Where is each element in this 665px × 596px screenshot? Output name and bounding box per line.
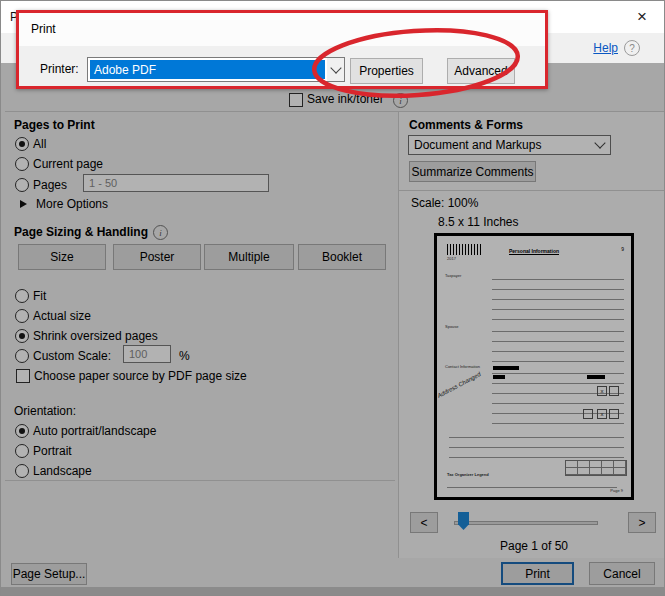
previous-page-button[interactable]: < <box>410 512 438 533</box>
size-button[interactable]: Size <box>18 244 106 270</box>
preview-corner-page-num: 9 <box>621 246 624 252</box>
preview-form-lines <box>492 322 624 362</box>
advanced-button[interactable]: Advanced <box>447 58 515 84</box>
redaction-mark <box>493 375 505 379</box>
pages-range-input[interactable]: 1 - 50 <box>83 174 269 192</box>
radio-custom-scale[interactable] <box>15 349 29 363</box>
preview-label-contact: Contact Information <box>445 364 480 369</box>
page-sizing-info-icon[interactable]: i <box>153 225 168 240</box>
pages-to-print-heading: Pages to Print <box>14 118 95 132</box>
comments-forms-heading: Comments & Forms <box>409 118 523 132</box>
preview-yes-box <box>583 409 593 419</box>
radio-portrait-label: Portrait <box>33 444 72 458</box>
radio-fit[interactable] <box>15 289 29 303</box>
window-bottom-edge <box>1 587 664 595</box>
preview-legend: Tax Organizer Legend <box>447 472 489 477</box>
close-icon[interactable]: × <box>624 3 660 30</box>
custom-scale-input[interactable]: 100 <box>123 345 171 363</box>
preview-form-title: Personal Information <box>437 248 631 254</box>
print-button[interactable]: Print <box>501 562 574 585</box>
preview-yes-box: x <box>597 409 607 419</box>
page-setup-button[interactable]: Page Setup... <box>11 563 87 585</box>
save-ink-checkbox[interactable] <box>289 93 303 107</box>
paper-source-checkbox[interactable] <box>16 369 30 383</box>
radio-actual-size-label: Actual size <box>33 309 91 323</box>
radio-shrink-pages-label: Shrink oversized pages <box>33 329 158 343</box>
radio-landscape[interactable] <box>15 464 29 478</box>
radio-all-label: All <box>33 137 46 151</box>
preview-year: 2017 <box>447 256 456 261</box>
preview-table <box>565 460 627 476</box>
preview-footer-page: Page 9 <box>610 488 623 493</box>
cancel-button[interactable]: Cancel <box>589 562 655 585</box>
more-options-label[interactable]: More Options <box>36 197 108 211</box>
next-page-button[interactable]: > <box>628 512 656 533</box>
page-indicator: Page 1 of 50 <box>434 539 634 553</box>
chevron-down-icon[interactable] <box>327 58 344 81</box>
handwritten-note: Address Changed <box>436 371 481 399</box>
printer-select-value: Adobe PDF <box>90 60 325 79</box>
comments-forms-select-value: Document and Markups <box>414 138 541 152</box>
inset-title: Print <box>31 22 56 36</box>
poster-button[interactable]: Poster <box>113 244 201 270</box>
properties-button[interactable]: Properties <box>350 58 423 84</box>
page-preview-thumbnail: 2017 Personal Information 9 Taxpayer Spo… <box>434 233 634 500</box>
scale-text: Scale: 100% <box>411 196 478 210</box>
inset-title-bar <box>19 13 545 46</box>
radio-shrink-pages[interactable] <box>15 329 29 343</box>
redaction-mark <box>587 375 605 379</box>
radio-custom-scale-label: Custom Scale: <box>33 349 111 363</box>
radio-all[interactable] <box>15 137 29 151</box>
preview-label-spouse: Spouse <box>445 324 459 329</box>
radio-auto-orientation-label: Auto portrait/landscape <box>33 424 156 438</box>
radio-fit-label: Fit <box>33 289 46 303</box>
redaction-mark <box>493 366 519 370</box>
radio-auto-orientation[interactable] <box>15 424 29 438</box>
radio-current-page[interactable] <box>15 157 29 171</box>
printer-select[interactable]: Adobe PDF <box>87 57 345 82</box>
print-dialog-window: Print × Help ? Save ink/toner i Pages to… <box>0 0 665 596</box>
preview-form-lines <box>449 428 624 458</box>
preview-label-taxpayer: Taxpayer <box>445 273 461 278</box>
preview-no-box <box>609 386 619 396</box>
help-link[interactable]: Help <box>593 41 618 55</box>
divider <box>5 111 398 112</box>
summarize-comments-button[interactable]: Summarize Comments <box>409 161 536 182</box>
save-ink-info-icon[interactable]: i <box>393 93 408 108</box>
page-sizing-heading: Page Sizing & Handling <box>14 225 148 239</box>
radio-actual-size[interactable] <box>15 309 29 323</box>
page-slider-track[interactable] <box>454 521 598 525</box>
radio-portrait[interactable] <box>15 444 29 458</box>
paper-source-label: Choose paper source by PDF page size <box>34 369 247 383</box>
radio-pages[interactable] <box>15 178 29 192</box>
divider <box>398 190 665 191</box>
orientation-heading: Orientation: <box>14 404 76 418</box>
printer-label: Printer: <box>40 62 79 76</box>
divider <box>5 480 395 481</box>
radio-landscape-label: Landscape <box>33 464 92 478</box>
save-ink-label: Save ink/toner <box>307 92 384 106</box>
percent-label: % <box>179 349 190 363</box>
comments-forms-select[interactable]: Document and Markups <box>408 135 611 155</box>
radio-pages-label: Pages <box>33 178 67 192</box>
help-question-icon[interactable]: ? <box>624 40 640 56</box>
highlight-inset: Print Printer: Adobe PDF Properties Adva… <box>16 10 548 89</box>
preview-no-box <box>609 409 619 419</box>
radio-current-page-label: Current page <box>33 157 103 171</box>
more-options-arrow-icon[interactable] <box>20 200 27 208</box>
multiple-button[interactable]: Multiple <box>204 244 294 270</box>
preview-form-lines <box>492 270 624 320</box>
preview-form-lines <box>447 478 617 488</box>
chevron-down-icon <box>594 137 605 148</box>
paper-size-text: 8.5 x 11 Inches <box>438 215 519 229</box>
booklet-button[interactable]: Booklet <box>298 244 386 270</box>
preview-yes-box: x <box>597 386 607 396</box>
